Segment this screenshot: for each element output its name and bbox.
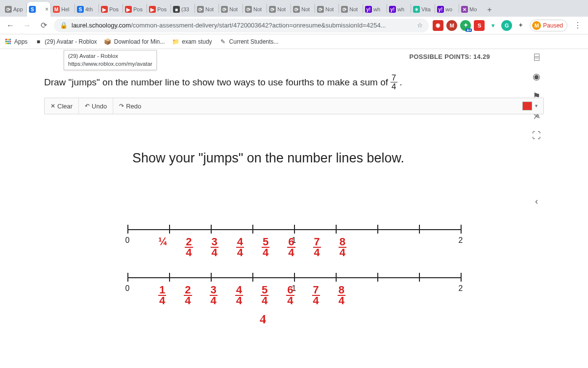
tab-label: Not <box>229 6 238 12</box>
browser-tab[interactable]: ▶Pos <box>123 2 147 17</box>
star-icon[interactable]: ☆ <box>417 22 423 29</box>
tick <box>252 273 253 282</box>
lock-icon: 🔒 <box>60 22 68 29</box>
handwritten-fraction: 84 <box>338 285 345 306</box>
tab-favicon: ⟳ <box>317 6 324 13</box>
browser-tab[interactable]: ⟳Not <box>195 2 219 17</box>
tab-favicon: M <box>53 6 60 13</box>
handwritten-fraction: 54 <box>261 285 269 306</box>
browser-tab[interactable]: MHel <box>51 2 74 17</box>
handwritten-fraction: 64 <box>286 285 294 306</box>
extension-icon[interactable]: M <box>446 20 457 31</box>
browser-tab-strip: ⟳AppS×MHelS4th▶Pos▶Pos▶Pos■(33⟳Not⟳Not⟳N… <box>0 0 588 17</box>
browser-tab[interactable]: y!wo <box>435 2 459 17</box>
tooltip-url: https://www.roblox.com/my/avatar <box>68 60 152 68</box>
undo-button[interactable]: ↶Undo <box>79 98 113 114</box>
tick <box>419 273 420 282</box>
bookmarks-bar: Apps ■(29) Avatar - Roblox📦Download for … <box>0 34 588 49</box>
browser-tab[interactable]: ▶Pos <box>147 2 171 17</box>
apps-shortcut[interactable]: Apps <box>4 38 27 46</box>
bookmark-icon: 📦 <box>104 38 112 46</box>
browser-tab[interactable]: ⟳Not <box>243 2 267 17</box>
browser-tab[interactable]: y!wh <box>387 2 411 17</box>
tab-favicon: ⟳ <box>221 6 228 13</box>
tick <box>169 273 170 282</box>
tab-favicon: ⟳ <box>341 6 348 13</box>
bookmark-item[interactable]: 📦Download for Min... <box>104 38 165 46</box>
browser-tab[interactable]: S× <box>27 2 50 17</box>
browser-toolbar: ← → ⟳ 🔒 laurel.schoology.com/common-asse… <box>0 17 588 34</box>
tab-favicon: y! <box>437 6 444 13</box>
assessment-question: POSSIBLE POINTS: 14.29 Draw "jumps" on t… <box>0 49 588 332</box>
tick <box>127 273 128 282</box>
browser-tab[interactable]: ■(33 <box>171 2 195 17</box>
browser-tab[interactable]: S4th <box>75 2 98 17</box>
tooltip-title: (29) Avatar - Roblox <box>68 53 152 60</box>
student-annotation-row-2: 1424344454647484 <box>149 285 354 306</box>
drawing-canvas[interactable]: Show your "jumps" on the number lines be… <box>44 116 544 332</box>
canvas-heading: Show your "jumps" on the number lines be… <box>132 151 404 166</box>
tab-label: Pos <box>109 6 119 12</box>
browser-tab[interactable]: ⟳Not <box>315 2 339 17</box>
tab-label: Not <box>301 6 310 12</box>
current-color-swatch <box>522 102 532 110</box>
extension-icon[interactable]: ◉ <box>433 20 443 31</box>
handwritten-fraction: 44 <box>235 285 243 306</box>
tick <box>294 225 295 234</box>
kebab-menu-icon[interactable]: ⋮ <box>571 19 584 32</box>
new-tab-button[interactable]: + <box>483 3 496 17</box>
bookmark-item[interactable]: ■(29) Avatar - Roblox <box>34 38 97 46</box>
handwritten-fraction: 64 <box>287 237 295 258</box>
tab-favicon: ✕ <box>461 6 468 13</box>
browser-tab[interactable]: ▶Pos <box>99 2 122 17</box>
tick <box>419 225 420 234</box>
extension-icon[interactable]: G <box>501 20 512 31</box>
bookmark-label: (29) Avatar - Roblox <box>45 38 97 45</box>
browser-tab[interactable]: y!wh <box>363 2 387 17</box>
tick-label: 0 <box>125 284 130 293</box>
reload-button[interactable]: ⟳ <box>37 19 50 32</box>
extension-icon[interactable]: S <box>474 20 485 31</box>
tab-label: Not <box>325 6 334 12</box>
bookmark-item[interactable]: 📁exam study <box>172 38 212 46</box>
browser-tab[interactable]: ⟳Not <box>339 2 363 17</box>
browser-tab[interactable]: ⟳Not <box>291 2 315 17</box>
profile-paused-pill[interactable]: M Paused <box>530 20 567 31</box>
browser-tab[interactable]: ✕Mo <box>459 2 483 17</box>
fraction: 7 4 <box>391 74 397 91</box>
extension-icon[interactable]: ✦A+ <box>460 20 471 31</box>
tab-favicon: y! <box>365 6 372 13</box>
redo-button[interactable]: ↷Redo <box>113 98 147 114</box>
tick <box>252 225 253 234</box>
tick-label: 0 <box>125 236 130 245</box>
handwritten-fraction: 24 <box>184 285 192 306</box>
clear-button[interactable]: ✕Clear <box>45 98 79 114</box>
browser-tab[interactable]: ⟳Not <box>267 2 291 17</box>
bookmark-icon: ■ <box>34 38 42 46</box>
tab-favicon: ⟳ <box>269 6 276 13</box>
browser-tab[interactable]: ⟳App <box>3 2 26 17</box>
bookmark-tooltip: (29) Avatar - Roblox https://www.roblox.… <box>64 50 157 70</box>
tab-label: Mo <box>469 6 477 12</box>
browser-tab[interactable]: ⟳Not <box>219 2 243 17</box>
bookmark-item[interactable]: ✎Current Students... <box>219 38 279 46</box>
browser-tab[interactable]: ✶Vita <box>411 2 435 17</box>
close-icon[interactable]: × <box>45 6 49 13</box>
bookmark-label: Current Students... <box>229 38 279 45</box>
back-button[interactable]: ← <box>4 19 17 32</box>
paused-label: Paused <box>543 22 563 29</box>
bookmark-label: Download for Min... <box>114 38 165 45</box>
drawing-toolbar: ✕Clear ↶Undo ↷Redo ▼ <box>44 98 544 114</box>
possible-points: POSSIBLE POINTS: 14.29 <box>409 53 490 60</box>
tick <box>461 273 462 282</box>
color-picker[interactable]: ▼ <box>517 102 543 110</box>
tab-label: Pos <box>157 6 167 12</box>
profile-avatar: M <box>532 21 541 30</box>
extensions-puzzle-icon[interactable]: ✦ <box>515 20 526 31</box>
forward-button[interactable]: → <box>21 19 33 32</box>
tab-label: Not <box>205 6 214 12</box>
extension-icon[interactable]: ▼ <box>488 20 498 31</box>
tick <box>377 273 378 282</box>
handwritten-fraction: 34 <box>211 237 219 258</box>
address-bar[interactable]: 🔒 laurel.schoology.com/common-assessment… <box>54 19 429 32</box>
